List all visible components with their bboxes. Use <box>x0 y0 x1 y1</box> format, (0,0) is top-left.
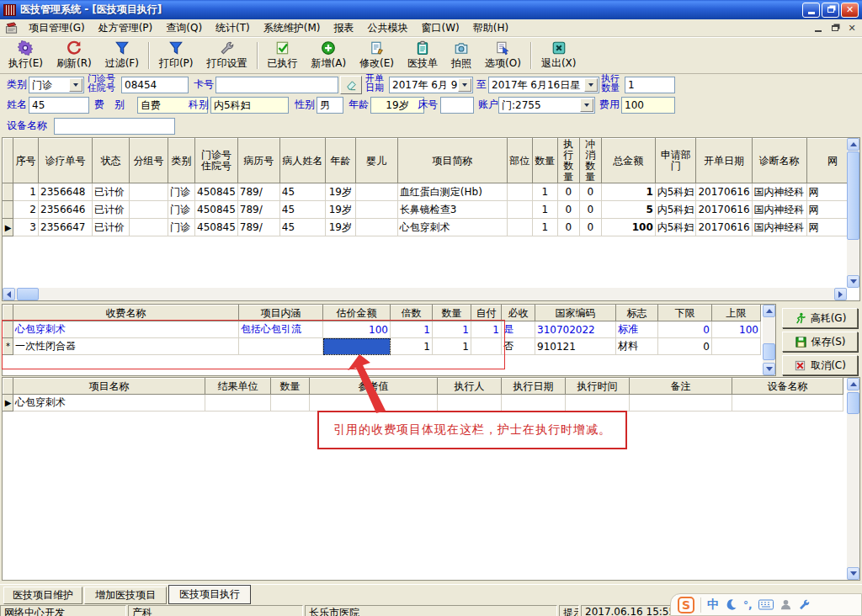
column-header[interactable]: 下限 <box>658 305 712 321</box>
orders-vscrollbar[interactable] <box>847 138 859 288</box>
table-row[interactable]: 心包穿刺术包括心包引流100111是310702022标准0100 <box>3 321 761 338</box>
column-header[interactable]: 项目名称 <box>13 379 205 395</box>
table-cell[interactable]: 789/ <box>237 183 279 201</box>
table-row[interactable]: 12356648已计价门诊450845789/4519岁血红蛋白测定(Hb)10… <box>3 183 859 201</box>
table-cell[interactable] <box>271 395 310 412</box>
column-header[interactable]: 国家编码 <box>535 305 616 321</box>
column-header[interactable]: 备注 <box>630 379 732 395</box>
scroll-down-icon[interactable] <box>763 363 775 375</box>
minimize-button[interactable] <box>802 3 820 18</box>
table-cell[interactable]: 19岁 <box>325 183 355 201</box>
table-cell[interactable]: 2356648 <box>39 183 93 201</box>
column-header[interactable]: 执行时间 <box>566 379 630 395</box>
scroll-down-icon[interactable] <box>847 567 859 580</box>
table-cell[interactable]: 20170616 <box>696 219 752 236</box>
print-button[interactable]: 打印(P) <box>152 39 200 72</box>
table-cell[interactable]: 19岁 <box>325 219 355 236</box>
table-cell[interactable]: 门诊 <box>168 183 195 201</box>
table-cell[interactable]: 450845 <box>195 183 238 201</box>
scroll-thumb[interactable] <box>17 288 39 300</box>
table-cell[interactable]: 0 <box>579 201 601 219</box>
filter-button[interactable]: 过滤(F) <box>98 39 146 72</box>
table-cell[interactable]: 1 <box>532 219 557 236</box>
scroll-up-icon[interactable] <box>847 378 859 390</box>
table-cell[interactable]: 2 <box>13 201 39 219</box>
table-cell[interactable]: 否 <box>502 338 535 355</box>
table-cell[interactable] <box>566 395 630 412</box>
table-cell[interactable]: 1 <box>532 183 557 201</box>
menu-item-query[interactable]: 查询(Q) <box>159 19 209 38</box>
results-vscrollbar[interactable] <box>847 378 859 580</box>
column-header[interactable]: 执行人 <box>438 379 502 395</box>
column-header[interactable]: 病历号 <box>237 139 279 183</box>
table-cell[interactable] <box>471 338 502 355</box>
age-input[interactable] <box>370 97 424 114</box>
chevron-down-icon[interactable] <box>69 78 82 92</box>
table-cell[interactable]: 1 <box>433 338 471 355</box>
column-header[interactable]: 年龄 <box>325 139 355 183</box>
scroll-down-icon[interactable] <box>847 275 859 288</box>
print-setup-button[interactable]: 打印设置 <box>200 39 254 72</box>
chinese-mode-icon[interactable]: 中 <box>707 597 719 613</box>
table-cell[interactable]: 1 <box>471 321 502 338</box>
menu-item-reports[interactable]: 报表 <box>327 19 361 38</box>
exit-button[interactable]: 退出(X) <box>535 39 583 72</box>
table-cell[interactable] <box>732 395 843 412</box>
column-header[interactable]: 申请部门 <box>655 139 696 183</box>
column-header[interactable]: 倍数 <box>391 305 433 321</box>
table-cell[interactable] <box>507 183 532 201</box>
bed-no-input[interactable] <box>440 97 474 114</box>
table-cell[interactable]: 一次性闭合器 <box>13 338 239 355</box>
table-cell[interactable] <box>507 201 532 219</box>
table-cell[interactable]: 2356646 <box>39 201 93 219</box>
table-cell[interactable]: 100 <box>712 321 761 338</box>
sogou-logo-icon[interactable]: S <box>678 597 694 613</box>
table-cell[interactable] <box>355 183 397 201</box>
table-cell[interactable]: 已计价 <box>93 183 130 201</box>
column-header[interactable]: 数量 <box>433 305 471 321</box>
column-header[interactable]: 数量 <box>532 139 557 183</box>
table-cell[interactable]: 1 <box>13 183 39 201</box>
table-cell[interactable]: 心包穿刺术 <box>13 321 239 338</box>
moon-icon[interactable] <box>725 598 737 611</box>
table-row[interactable]: ▶32356647已计价门诊450845789/4519岁心包穿刺术100100… <box>3 219 859 236</box>
user-icon[interactable] <box>780 598 792 611</box>
table-cell[interactable]: 0 <box>579 183 601 201</box>
restore-button[interactable] <box>822 3 839 18</box>
table-cell[interactable]: 450845 <box>195 201 238 219</box>
table-cell[interactable]: 45 <box>279 183 325 201</box>
card-no-input[interactable] <box>216 77 338 93</box>
table-cell[interactable]: 血红蛋白测定(Hb) <box>397 183 507 201</box>
column-header[interactable]: 分组号 <box>130 139 168 183</box>
table-cell[interactable]: 长鼻镜检查3 <box>397 201 507 219</box>
table-cell[interactable]: 内5科妇 <box>655 219 696 236</box>
table-row[interactable]: ▶心包穿刺术 <box>3 395 843 412</box>
table-cell[interactable]: 789/ <box>237 219 279 236</box>
table-cell[interactable]: 789/ <box>237 201 279 219</box>
chevron-down-icon[interactable] <box>580 98 593 112</box>
mdi-close-button[interactable]: ✕ <box>845 22 859 34</box>
table-cell[interactable]: 2356647 <box>39 219 93 236</box>
refresh-button[interactable]: 刷新(R) <box>50 39 98 72</box>
column-header[interactable]: 门诊号住院号 <box>195 139 238 183</box>
menu-item-help[interactable]: 帮助(H) <box>466 19 515 38</box>
fee-input[interactable] <box>621 97 675 114</box>
table-cell[interactable]: 910121 <box>535 338 616 355</box>
scroll-thumb[interactable] <box>847 392 859 414</box>
table-cell[interactable]: 450845 <box>195 219 238 236</box>
column-header[interactable]: 设备名称 <box>732 379 843 395</box>
dept-input[interactable] <box>210 97 289 114</box>
account-combo[interactable]: 门:2755 <box>498 97 595 114</box>
table-cell[interactable]: 5 <box>601 201 655 219</box>
table-cell[interactable]: 20170616 <box>696 201 752 219</box>
table-cell[interactable] <box>502 395 566 412</box>
table-cell[interactable]: 标准 <box>616 321 658 338</box>
column-header[interactable]: 自付 <box>471 305 502 321</box>
table-cell[interactable]: 是 <box>502 321 535 338</box>
mdi-minimize-button[interactable] <box>811 22 825 34</box>
column-header[interactable]: 部位 <box>507 139 532 183</box>
column-header[interactable]: 诊疗单号 <box>39 139 93 183</box>
column-header[interactable]: 项目内涵 <box>239 305 323 321</box>
scroll-thumb[interactable] <box>763 343 775 360</box>
table-cell[interactable]: 心包穿刺术 <box>397 219 507 236</box>
